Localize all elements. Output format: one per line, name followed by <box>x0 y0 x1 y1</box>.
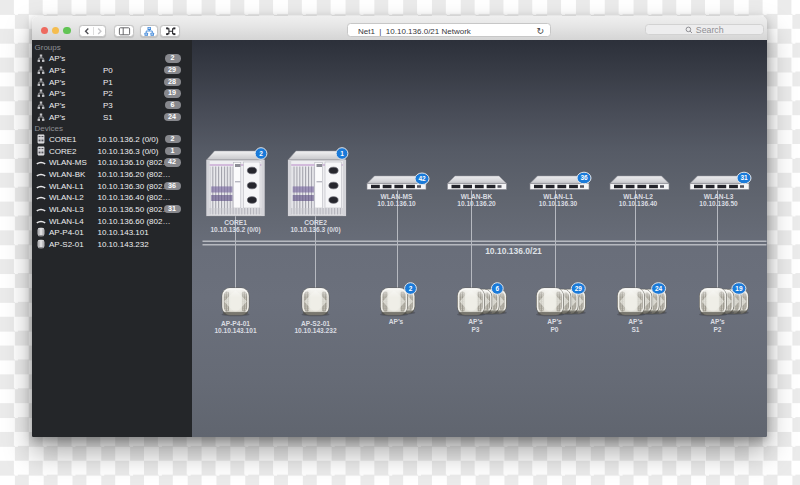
svg-text:10.10.143.101: 10.10.143.101 <box>214 327 257 334</box>
svg-text:AP’s: AP’s <box>628 318 643 325</box>
svg-text:CORE2: CORE2 <box>304 219 327 226</box>
svg-text:WLAN-L2: WLAN-L2 <box>623 193 653 200</box>
svg-text:WLAN-L1: WLAN-L1 <box>543 193 573 200</box>
svg-text:P3: P3 <box>471 326 479 333</box>
svg-text:2: 2 <box>259 150 263 157</box>
svg-text:2: 2 <box>408 285 412 292</box>
svg-text:19: 19 <box>735 285 743 292</box>
svg-text:1: 1 <box>340 150 344 157</box>
svg-text:31: 31 <box>740 174 748 181</box>
svg-text:10.10.136.2 (0/0): 10.10.136.2 (0/0) <box>210 226 260 234</box>
svg-text:AP’s: AP’s <box>468 318 483 325</box>
svg-text:AP’s: AP’s <box>710 318 725 325</box>
svg-text:10.10.136.50: 10.10.136.50 <box>699 200 738 207</box>
svg-text:10.10.143.232: 10.10.143.232 <box>294 327 337 334</box>
svg-text:WLAN-BK: WLAN-BK <box>460 193 492 200</box>
svg-text:AP-S2-01: AP-S2-01 <box>301 320 330 327</box>
svg-text:WLAN-MS: WLAN-MS <box>380 193 412 200</box>
svg-text:6: 6 <box>495 285 499 292</box>
svg-text:36: 36 <box>580 174 588 181</box>
svg-text:P0: P0 <box>550 326 558 333</box>
svg-text:S1: S1 <box>631 326 639 333</box>
svg-text:10.10.136.20: 10.10.136.20 <box>457 200 496 207</box>
svg-text:24: 24 <box>654 285 662 292</box>
svg-text:WLAN-L3: WLAN-L3 <box>703 193 733 200</box>
svg-text:29: 29 <box>574 285 582 292</box>
svg-text:10.10.136.10: 10.10.136.10 <box>377 200 416 207</box>
svg-text:AP’s: AP’s <box>388 318 403 325</box>
svg-text:10.10.136.0/21: 10.10.136.0/21 <box>485 246 542 256</box>
svg-text:AP-P4-01: AP-P4-01 <box>221 320 250 327</box>
svg-text:CORE1: CORE1 <box>224 219 247 226</box>
svg-text:10.10.136.30: 10.10.136.30 <box>538 200 577 207</box>
svg-text:10.10.136.3 (0/0): 10.10.136.3 (0/0) <box>290 226 340 234</box>
svg-text:10.10.136.40: 10.10.136.40 <box>618 200 657 207</box>
svg-text:AP’s: AP’s <box>547 318 562 325</box>
svg-text:42: 42 <box>418 175 426 182</box>
svg-text:P2: P2 <box>713 326 721 333</box>
